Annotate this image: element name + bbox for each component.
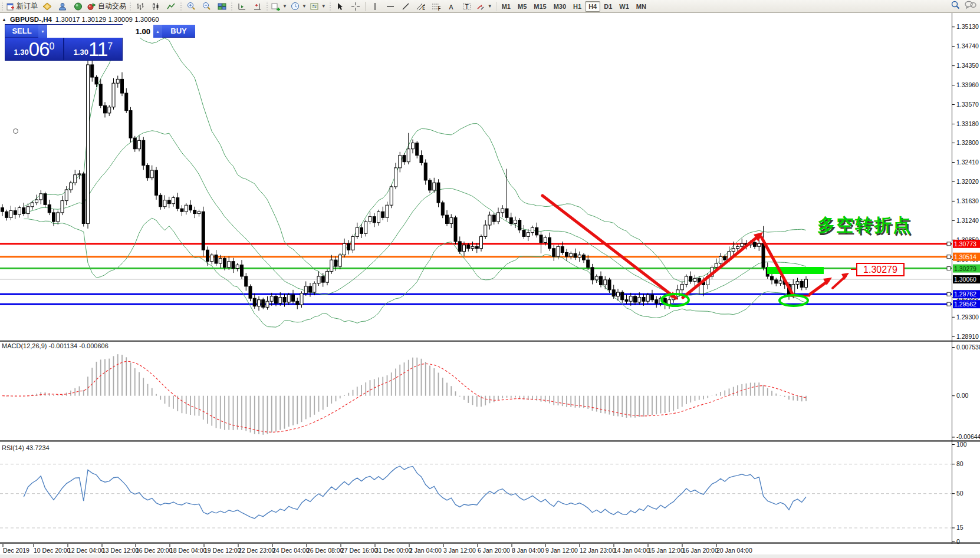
sell-price-figure: 1.30	[14, 48, 29, 57]
time-tick-label: 14 Jan 04:00	[614, 547, 650, 554]
chevron-down-icon: ▼	[321, 4, 326, 9]
volume-increase-button[interactable]: ▲	[153, 25, 162, 38]
svg-text:F: F	[438, 4, 441, 11]
mt4-terminal-window: { "toolbar": { "new_order_label": "新订单",…	[0, 0, 980, 558]
price-tag-label: 1.29562	[954, 301, 976, 308]
price-tick-label: 1.32020	[956, 178, 979, 185]
text-tool-button[interactable]: A	[444, 1, 459, 12]
chart-shift-button[interactable]	[234, 1, 249, 12]
buy-price-display[interactable]: 1.30 11 7	[64, 38, 122, 60]
line-chart-button[interactable]	[163, 1, 179, 12]
crosshair-tool-button[interactable]	[348, 1, 363, 12]
price-tick-label: 1.29300	[956, 313, 979, 321]
candlestick-chart-icon	[152, 2, 160, 11]
tile-windows-button[interactable]	[214, 1, 229, 12]
metaquotes-button[interactable]	[40, 1, 55, 12]
time-tick-label: 22 Dec 23:00	[238, 547, 275, 554]
auto-scroll-button[interactable]	[249, 1, 265, 12]
time-tick-label: 3 Jan 12:00	[443, 547, 476, 554]
volume-input[interactable]	[47, 25, 153, 38]
timeframe-d1[interactable]: D1	[600, 1, 616, 12]
period-selector-button[interactable]: ▼	[289, 1, 308, 12]
timeframe-m30[interactable]: M30	[550, 1, 570, 12]
timeframe-h4[interactable]: H4	[585, 1, 600, 12]
price-tick-label: 1.28910	[956, 333, 979, 340]
arrows-tool-button[interactable]: ▼	[475, 1, 494, 12]
price-callout-connector	[851, 269, 856, 270]
chevron-down-icon: ▼	[302, 4, 307, 9]
search-icon[interactable]	[951, 1, 960, 9]
bar-chart-button[interactable]	[133, 1, 148, 12]
auto-scroll-icon	[253, 2, 262, 11]
turning-point-annotation[interactable]: 多空转折点	[817, 213, 912, 237]
hline-handle[interactable]	[947, 242, 951, 246]
timeframe-h1[interactable]: H1	[570, 1, 585, 12]
vertical-line-tool-button[interactable]	[367, 1, 383, 12]
vertical-line-icon	[371, 2, 379, 11]
hline-handle[interactable]	[947, 302, 951, 306]
rsi-tick-label: 100	[956, 441, 967, 448]
trendline-tool-button[interactable]	[398, 1, 413, 12]
zoom-in-button[interactable]	[183, 1, 199, 12]
volume-decrease-button[interactable]: ▼	[38, 25, 47, 38]
candlestick-chart-button[interactable]	[148, 1, 163, 12]
price-callout-label[interactable]: 1.30279	[856, 263, 905, 276]
template-sliders-icon	[310, 2, 319, 11]
time-tick-label: 6 Jan 20:00	[478, 547, 510, 554]
new-order-button[interactable]: 新订单	[5, 1, 40, 12]
svg-text:T: T	[465, 3, 469, 10]
rsi-tick-label: 80	[956, 460, 963, 467]
horizontal-line-tool-button[interactable]	[383, 1, 398, 12]
new-order-label: 新订单	[17, 1, 38, 11]
autotrading-button[interactable]: 自动交易	[85, 1, 128, 12]
cursor-tool-button[interactable]	[333, 1, 348, 12]
collapse-panel-icon[interactable]: ▲	[2, 17, 6, 22]
price-tick-label: 1.33960	[956, 81, 979, 88]
rsi-tick-label: 15	[956, 524, 963, 531]
time-tick-label: 31 Dec 00:00	[375, 547, 412, 554]
chart-shift-icon	[238, 2, 246, 11]
text-label-tool-button[interactable]: T	[459, 1, 475, 12]
zoom-in-icon	[187, 2, 196, 11]
chart-title: ▲ GBPUSD-,H4 1.30017 1.30129 1.30009 1.3…	[2, 16, 159, 23]
macd-tick-label: 0.00	[956, 392, 969, 399]
buy-button[interactable]: BUY	[162, 25, 195, 38]
price-tick-label: 1.32410	[956, 159, 979, 166]
time-tick-label: 8 Jan 04:00	[512, 547, 544, 554]
zoom-out-icon	[202, 2, 211, 11]
toolbar-grip	[179, 2, 183, 11]
add-indicator-button[interactable]: ▼	[269, 1, 289, 12]
timeframe-w1[interactable]: W1	[616, 1, 633, 12]
crosshair-icon	[351, 2, 360, 11]
hline-handle[interactable]	[947, 267, 951, 270]
community-button[interactable]	[55, 1, 70, 12]
time-tick-label: 13 Dec 12:00	[102, 547, 139, 554]
timeframe-m5[interactable]: M5	[514, 1, 530, 12]
price-tick-label: 1.33180	[956, 120, 979, 127]
channel-tool-button[interactable]: E	[413, 1, 429, 12]
add-indicator-icon	[271, 2, 280, 11]
hline-handle[interactable]	[947, 292, 951, 296]
time-tick-label: 2 Jan 04:00	[409, 547, 442, 554]
fibonacci-icon: F	[432, 2, 440, 11]
autotrading-icon	[87, 2, 96, 11]
signals-button[interactable]	[70, 1, 85, 12]
fibonacci-tool-button[interactable]: F	[429, 1, 444, 12]
template-button[interactable]: ▼	[308, 1, 328, 12]
green-zone-rectangle[interactable]	[767, 267, 824, 274]
chat-icon[interactable]	[965, 1, 976, 9]
arrow-objects-icon	[476, 2, 485, 11]
time-tick-label: Dec 2019	[3, 547, 29, 554]
timeframe-m1[interactable]: M1	[498, 1, 514, 12]
time-tick-label: 20 Jan 04:00	[716, 547, 752, 554]
time-tick-label: 12 Jan 23:00	[580, 547, 616, 554]
timeframe-mn[interactable]: MN	[633, 1, 650, 12]
timeframe-m15[interactable]: M15	[530, 1, 550, 12]
chart-canvas[interactable]: 1.351301.347401.343501.339601.335701.331…	[0, 0, 980, 558]
sell-price-display[interactable]: 1.30 06 0	[5, 38, 64, 60]
sell-button[interactable]: SELL	[5, 25, 38, 38]
hline-handle[interactable]	[947, 255, 951, 259]
toolbar-grip	[129, 2, 132, 11]
time-tick-label: 12 Dec 04:00	[68, 547, 105, 554]
zoom-out-button[interactable]	[199, 1, 214, 12]
